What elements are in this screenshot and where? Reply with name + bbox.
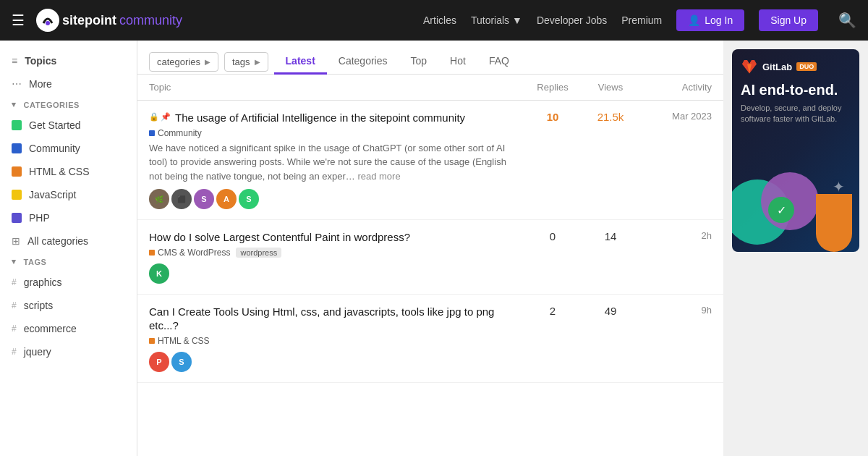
checkmark-shape: ✓ (768, 197, 794, 223)
main-content: categories ▶ tags ▶ Latest Categories To… (137, 41, 723, 456)
category-color-dot (149, 130, 155, 136)
read-more-link[interactable]: read more (357, 171, 400, 182)
topic-meta: HTML & CSS (149, 336, 512, 346)
tab-latest[interactable]: Latest (274, 49, 327, 75)
tag-icon: # (12, 277, 17, 287)
avatar: A (216, 189, 237, 209)
all-categories-icon: ⊞ (12, 235, 20, 247)
sidebar-tag-scripts[interactable]: # scripts (0, 294, 137, 317)
avatar: ⬛ (171, 189, 192, 209)
sidebar-item-php[interactable]: PHP (0, 206, 137, 229)
avatar: P (149, 352, 169, 372)
topic-meta: CMS & WordPress wordpress (149, 248, 512, 258)
lock-icon: 🔒 (149, 112, 159, 122)
logo-sitepoint-text: sitepoint (62, 13, 116, 28)
sidebar-tag-ecommerce[interactable]: # ecommerce (0, 317, 137, 340)
community-color-dot (12, 143, 22, 153)
ad-box[interactable]: GitLab DUO AI end-to-end. Develop, secur… (732, 49, 859, 252)
topic-avatars: P S (149, 352, 512, 372)
header-views: Views (582, 82, 639, 93)
gitlab-icon (741, 58, 758, 75)
sidebar-item-all-categories[interactable]: ⊞ All categories (0, 229, 137, 253)
topic-title-row: 🔒 📌 The usage of Artificial Intelligence… (149, 111, 512, 125)
tab-top[interactable]: Top (399, 49, 439, 75)
tab-categories[interactable]: Categories (327, 49, 399, 75)
sidebar-item-javascript[interactable]: JavaScript (0, 183, 137, 206)
nav-premium[interactable]: Premium (621, 14, 662, 26)
category-color-dot (149, 250, 155, 256)
topic-content: Can I Create Tools Using Html, css, and … (149, 305, 524, 372)
more-icon: ⋯ (12, 78, 22, 90)
header-activity: Activity (639, 82, 712, 93)
star-shape: ✦ (833, 178, 845, 195)
logo[interactable]: sitepoint community (36, 9, 182, 32)
php-color-dot (12, 213, 22, 223)
breadcrumb-tags-chevron: ▶ (255, 58, 260, 66)
table-header: Topic Replies Views Activity (137, 75, 723, 101)
category-color-dot (149, 338, 155, 344)
views-count: 21.5k (582, 111, 639, 123)
sidebar-item-more[interactable]: ⋯ More (0, 72, 137, 96)
topic-title[interactable]: Can I Create Tools Using Html, css, and … (149, 305, 512, 333)
svg-point-0 (36, 9, 59, 32)
views-count: 49 (582, 305, 639, 317)
tags-section-header[interactable]: ▾ TAGS (0, 253, 137, 271)
gitlab-name: GitLab (762, 62, 792, 72)
shape-orange (816, 194, 852, 252)
topic-category[interactable]: CMS & WordPress (149, 248, 230, 258)
top-navigation: ☰ sitepoint community Articles Tutorials… (0, 0, 868, 41)
sidebar-tag-jquery[interactable]: # jquery (0, 340, 137, 363)
search-icon[interactable]: 🔍 (838, 12, 856, 29)
topic-excerpt: We have noticed a significant spike in t… (149, 141, 512, 184)
nav-articles[interactable]: Articles (423, 14, 456, 26)
hamburger-menu[interactable]: ☰ (12, 12, 25, 29)
sidebar-item-topics[interactable]: ≡ Topics (0, 49, 137, 72)
topic-category[interactable]: HTML & CSS (149, 336, 210, 346)
tab-faq[interactable]: FAQ (477, 49, 521, 75)
sidebar-item-community[interactable]: Community (0, 137, 137, 160)
categories-section-header[interactable]: ▾ CATEGORIES (0, 96, 137, 114)
topic-avatars: K (149, 263, 512, 284)
topic-table: Topic Replies Views Activity 🔒 📌 The usa… (137, 75, 723, 383)
tag-icon: # (12, 347, 17, 357)
activity-time: 2h (639, 230, 712, 241)
logo-community-text: community (119, 13, 182, 28)
tab-bar: categories ▶ tags ▶ Latest Categories To… (137, 41, 723, 75)
breadcrumb-categories-button[interactable]: categories ▶ (149, 52, 218, 72)
topic-title[interactable]: The usage of Artificial Intelligence in … (175, 111, 465, 125)
breadcrumb-tags-button[interactable]: tags ▶ (224, 52, 268, 72)
login-button[interactable]: 👤 Log In (676, 9, 744, 31)
gitlab-logo: GitLab DUO (741, 58, 851, 75)
activity-time: 9h (639, 305, 712, 316)
header-topic: Topic (149, 82, 524, 93)
ad-shapes: ✓ ✦ (732, 165, 859, 252)
nav-tutorials[interactable]: Tutorials ▼ (471, 14, 522, 26)
sidebar-item-get-started[interactable]: Get Started (0, 114, 137, 137)
topic-title[interactable]: How do I solve Largest Contentful Paint … (149, 230, 410, 245)
table-row: Can I Create Tools Using Html, css, and … (137, 295, 723, 383)
avatar: S (194, 189, 214, 209)
ad-headline: AI end-to-end. (741, 81, 851, 98)
tag-icon: # (12, 300, 17, 311)
tab-hot[interactable]: Hot (438, 49, 477, 75)
wordpress-tag[interactable]: wordpress (236, 248, 281, 258)
replies-count: 0 (524, 230, 582, 242)
nav-developer-jobs[interactable]: Developer Jobs (537, 14, 607, 26)
topic-title-row: Can I Create Tools Using Html, css, and … (149, 305, 512, 333)
replies-count: 10 (524, 111, 582, 123)
topic-category[interactable]: Community (149, 128, 202, 138)
avatar: 🌿 (149, 189, 169, 209)
nav-links: Articles Tutorials ▼ Developer Jobs Prem… (423, 9, 856, 31)
avatar: K (149, 263, 169, 284)
javascript-color-dot (12, 190, 22, 200)
pin-icon: 📌 (161, 112, 171, 122)
topic-meta: Community (149, 128, 512, 138)
sitepoint-logo-icon (36, 9, 59, 32)
sidebar-tag-graphics[interactable]: # graphics (0, 271, 137, 294)
svg-point-1 (46, 21, 50, 25)
sidebar-item-html-css[interactable]: HTML & CSS (0, 160, 137, 183)
topic-status-icons: 🔒 📌 (149, 112, 171, 122)
topic-title-row: How do I solve Largest Contentful Paint … (149, 230, 512, 245)
signup-button[interactable]: Sign Up (759, 9, 818, 31)
breadcrumb-categories-chevron: ▶ (205, 58, 210, 66)
